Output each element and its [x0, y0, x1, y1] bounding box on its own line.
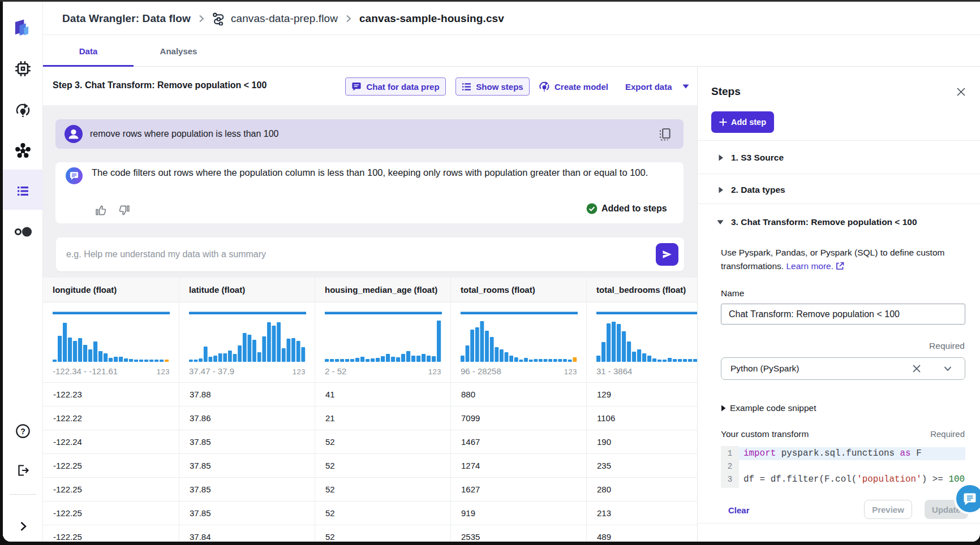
- svg-text:?: ?: [20, 427, 25, 436]
